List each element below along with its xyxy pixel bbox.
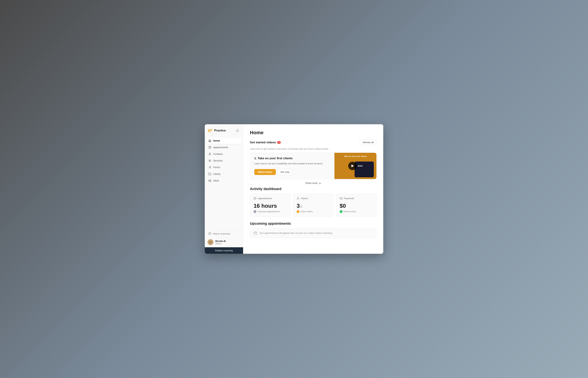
svg-rect-0 [209, 147, 211, 148]
sidebar-header: Practice [205, 124, 243, 136]
video-card: 1. Take on your first clients Learn how … [250, 153, 377, 179]
video-title: 1. Take on your first clients [254, 157, 330, 160]
notification-bell-icon[interactable] [235, 128, 240, 133]
appointments-empty-state: Your appointments will appear here as so… [250, 228, 377, 238]
clients-status-dot [297, 210, 299, 213]
card-clients-sub-text: Active clients [300, 210, 313, 213]
duration-label: 2min [358, 165, 363, 167]
card-appointments-icon [254, 197, 256, 200]
sidebar: Practice Home [205, 124, 243, 254]
user-profile[interactable]: N Nicolas B. Owner [205, 237, 243, 247]
card-payments-sub-row: Paid invoices [340, 210, 373, 213]
card-payments-value: $0 [340, 203, 373, 209]
sidebar-item-contacts-label: Contacts [213, 153, 223, 155]
video-actions: Watch demo Not now [254, 169, 330, 175]
svg-point-19 [297, 197, 298, 198]
card-appointments-value: 16 hours [254, 203, 287, 209]
dismiss-all-button[interactable]: Dismiss all [360, 140, 377, 145]
help-resources-label: Help & resources [213, 232, 230, 235]
dashboard-cards: Appointments 16 hours Total past appoint… [250, 194, 377, 217]
sidebar-item-forms-label: Forms [213, 166, 220, 169]
upcoming-empty-text: Your appointments will appear here as so… [259, 232, 333, 234]
forms-icon [208, 166, 211, 169]
card-clients-label-row: Clients [297, 197, 330, 200]
help-resources-item[interactable]: Help & resources [205, 230, 243, 237]
get-started-subtitle: Learn how to get started in less than 10… [250, 148, 377, 150]
workspace-bar[interactable]: Radiant coaching [205, 247, 243, 254]
dash-card-appointments: Appointments 16 hours Total past appoint… [250, 194, 291, 217]
play-container[interactable]: 2min [348, 162, 363, 170]
sidebar-item-inbox-label: Inbox [213, 179, 219, 182]
upcoming-appointments-title: Upcoming appointments [250, 222, 377, 226]
play-triangle-icon [351, 164, 354, 167]
check-icon [340, 211, 342, 213]
get-started-title: Get started videos [250, 141, 276, 144]
app-container: Practice Home [205, 124, 383, 254]
svg-point-4 [209, 153, 210, 154]
dash-card-clients: Clients 3/3 Active clients [293, 194, 334, 217]
sidebar-item-forms[interactable]: Forms [206, 164, 241, 170]
video-thumbnail: Take on your first clients 2min [334, 153, 376, 179]
card-appointments-sub-row: Total past appointments [254, 210, 287, 213]
not-now-button[interactable]: Not now [278, 169, 293, 175]
services-icon [208, 159, 211, 162]
user-info: Nicolas B. Owner [215, 240, 240, 245]
video-description: Learn how to set your availability and a… [254, 162, 330, 165]
card-clients-sub-row: Active clients [297, 210, 330, 213]
video-info: 1. Take on your first clients Learn how … [250, 153, 334, 179]
main-content: Home Get started videos 5 Dismiss all Le… [243, 124, 383, 254]
sidebar-item-services-label: Services [213, 159, 223, 162]
chevron-up-down-icon [319, 182, 321, 184]
sidebar-nav: Home Appointments [205, 136, 243, 230]
help-icon [208, 232, 211, 235]
payments-status-dot [340, 210, 343, 213]
calendar-icon [208, 146, 211, 149]
svg-rect-25 [254, 232, 257, 234]
user-name: Nicolas B. [215, 240, 240, 242]
card-clients-icon [297, 197, 299, 200]
inbox-icon [208, 179, 211, 182]
card-clients-value: 3/3 [297, 203, 330, 209]
card-appointments-sub-text: Total past appointments [257, 210, 280, 213]
get-started-badge: 5 [277, 141, 281, 144]
brand: Practice [208, 129, 226, 133]
sidebar-item-home-label: Home [213, 139, 220, 142]
upcoming-calendar-icon [254, 231, 257, 235]
get-started-title-row: Get started videos 5 [250, 141, 281, 144]
activity-dashboard-title: Activity dashboard [250, 187, 377, 191]
card-payments-icon [340, 197, 343, 200]
video-thumb-content: Take on your first clients 2min [334, 153, 376, 179]
sidebar-item-services[interactable]: Services [206, 158, 241, 164]
sidebar-footer: Help & resources N Nicolas B. Owner Radi… [205, 230, 243, 254]
card-payments-sub-text: Paid invoices [344, 210, 356, 213]
avatar: N [208, 239, 214, 245]
card-appointments-label: Appointments [258, 197, 272, 200]
dash-card-payments: Payments $0 Paid invoices [336, 194, 377, 217]
clock-icon [254, 211, 256, 213]
contacts-icon [208, 152, 211, 156]
svg-rect-14 [254, 197, 256, 200]
home-icon [208, 139, 211, 142]
card-clients-label: Clients [301, 197, 308, 200]
appointments-status-dot [254, 210, 256, 213]
brand-icon [208, 129, 213, 133]
workspace-label: Radiant coaching [215, 249, 233, 252]
show-more-row[interactable]: Show more [250, 179, 377, 187]
library-icon [208, 172, 211, 176]
sidebar-item-home[interactable]: Home [206, 137, 241, 144]
sidebar-item-library[interactable]: Library [206, 171, 241, 177]
page-title: Home [250, 130, 377, 135]
play-button[interactable] [348, 162, 357, 170]
sidebar-item-contacts[interactable]: Contacts [206, 151, 241, 157]
card-payments-label: Payments [344, 197, 354, 200]
sidebar-item-appointments[interactable]: Appointments [206, 144, 241, 150]
user-role: Owner [215, 242, 240, 245]
sidebar-item-appointments-label: Appointments [213, 146, 228, 149]
watch-demo-button[interactable]: Watch demo [254, 169, 276, 175]
get-started-header: Get started videos 5 Dismiss all [250, 140, 377, 145]
bolt-icon [297, 211, 299, 213]
brand-name: Practice [214, 129, 226, 132]
sidebar-item-inbox[interactable]: Inbox [206, 177, 241, 184]
video-thumb-label: Take on your first clients [334, 155, 376, 157]
sidebar-item-library-label: Library [213, 173, 221, 175]
